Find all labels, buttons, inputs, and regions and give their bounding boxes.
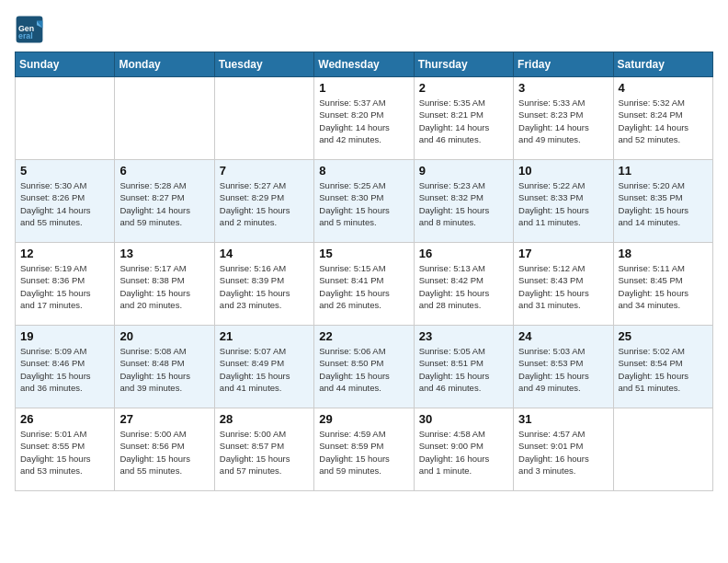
- day-detail: Sunrise: 5:20 AM Sunset: 8:35 PM Dayligh…: [619, 179, 708, 228]
- calendar-cell: 13Sunrise: 5:17 AM Sunset: 8:38 PM Dayli…: [115, 243, 214, 326]
- day-number: 14: [220, 247, 309, 260]
- calendar-cell: [16, 77, 115, 160]
- day-detail: Sunrise: 5:17 AM Sunset: 8:38 PM Dayligh…: [119, 262, 209, 311]
- calendar-cell: 12Sunrise: 5:19 AM Sunset: 8:36 PM Dayli…: [16, 243, 115, 326]
- calendar-cell: 9Sunrise: 5:23 AM Sunset: 8:32 PM Daylig…: [414, 160, 513, 243]
- day-detail: Sunrise: 5:09 AM Sunset: 8:46 PM Dayligh…: [20, 345, 109, 394]
- calendar-cell: 24Sunrise: 5:03 AM Sunset: 8:53 PM Dayli…: [514, 326, 613, 408]
- day-detail: Sunrise: 4:57 AM Sunset: 9:01 PM Dayligh…: [518, 428, 608, 477]
- day-number: 3: [518, 81, 608, 95]
- day-detail: Sunrise: 5:00 AM Sunset: 8:57 PM Dayligh…: [220, 428, 309, 477]
- day-number: 19: [20, 329, 109, 343]
- calendar-cell: 26Sunrise: 5:01 AM Sunset: 8:55 PM Dayli…: [16, 408, 115, 491]
- weekday-header: Tuesday: [214, 52, 313, 77]
- day-detail: Sunrise: 5:00 AM Sunset: 8:56 PM Dayligh…: [119, 428, 209, 477]
- calendar-week-row: 19Sunrise: 5:09 AM Sunset: 8:46 PM Dayli…: [16, 326, 713, 408]
- calendar-cell: 28Sunrise: 5:00 AM Sunset: 8:57 PM Dayli…: [214, 408, 313, 491]
- calendar-cell: 17Sunrise: 5:12 AM Sunset: 8:43 PM Dayli…: [514, 243, 613, 326]
- day-detail: Sunrise: 5:32 AM Sunset: 8:24 PM Dayligh…: [619, 97, 708, 145]
- svg-text:eral: eral: [18, 31, 33, 40]
- logo: Gen eral: [15, 15, 48, 44]
- weekday-header: Monday: [115, 52, 214, 77]
- calendar-week-row: 12Sunrise: 5:19 AM Sunset: 8:36 PM Dayli…: [16, 243, 713, 326]
- calendar-week-row: 5Sunrise: 5:30 AM Sunset: 8:26 PM Daylig…: [16, 160, 713, 243]
- calendar-cell: 16Sunrise: 5:13 AM Sunset: 8:42 PM Dayli…: [414, 243, 513, 326]
- logo-icon: Gen eral: [15, 15, 44, 44]
- calendar-cell: 2Sunrise: 5:35 AM Sunset: 8:21 PM Daylig…: [414, 77, 513, 160]
- day-number: 27: [119, 412, 209, 426]
- day-number: 1: [319, 81, 408, 95]
- day-number: 18: [619, 247, 708, 260]
- day-number: 9: [419, 164, 508, 178]
- day-detail: Sunrise: 5:35 AM Sunset: 8:21 PM Dayligh…: [419, 97, 508, 145]
- calendar-cell: 31Sunrise: 4:57 AM Sunset: 9:01 PM Dayli…: [514, 408, 613, 491]
- calendar-week-row: 1Sunrise: 5:37 AM Sunset: 8:20 PM Daylig…: [16, 77, 713, 160]
- weekday-header: Saturday: [613, 52, 712, 77]
- day-detail: Sunrise: 5:28 AM Sunset: 8:27 PM Dayligh…: [119, 179, 209, 228]
- day-number: 23: [419, 329, 508, 343]
- day-number: 21: [220, 329, 309, 343]
- calendar-cell: 7Sunrise: 5:27 AM Sunset: 8:29 PM Daylig…: [214, 160, 313, 243]
- calendar-cell: 23Sunrise: 5:05 AM Sunset: 8:51 PM Dayli…: [414, 326, 513, 408]
- calendar-cell: [214, 77, 313, 160]
- calendar-cell: 8Sunrise: 5:25 AM Sunset: 8:30 PM Daylig…: [314, 160, 414, 243]
- day-detail: Sunrise: 5:16 AM Sunset: 8:39 PM Dayligh…: [220, 262, 309, 311]
- calendar-cell: 6Sunrise: 5:28 AM Sunset: 8:27 PM Daylig…: [115, 160, 214, 243]
- day-detail: Sunrise: 5:02 AM Sunset: 8:54 PM Dayligh…: [619, 345, 708, 394]
- day-number: 12: [20, 247, 109, 260]
- day-detail: Sunrise: 5:27 AM Sunset: 8:29 PM Dayligh…: [220, 179, 309, 228]
- calendar-cell: 22Sunrise: 5:06 AM Sunset: 8:50 PM Dayli…: [314, 326, 414, 408]
- day-detail: Sunrise: 5:12 AM Sunset: 8:43 PM Dayligh…: [518, 262, 608, 311]
- calendar-week-row: 26Sunrise: 5:01 AM Sunset: 8:55 PM Dayli…: [16, 408, 713, 491]
- weekday-header: Friday: [514, 52, 613, 77]
- day-number: 28: [220, 412, 309, 426]
- weekday-header: Thursday: [414, 52, 513, 77]
- calendar-cell: 21Sunrise: 5:07 AM Sunset: 8:49 PM Dayli…: [214, 326, 313, 408]
- day-number: 22: [319, 329, 408, 343]
- day-detail: Sunrise: 4:58 AM Sunset: 9:00 PM Dayligh…: [419, 428, 508, 477]
- calendar-cell: 27Sunrise: 5:00 AM Sunset: 8:56 PM Dayli…: [115, 408, 214, 491]
- day-detail: Sunrise: 5:15 AM Sunset: 8:41 PM Dayligh…: [319, 262, 408, 311]
- day-number: 4: [619, 81, 708, 95]
- day-number: 25: [619, 329, 708, 343]
- day-detail: Sunrise: 4:59 AM Sunset: 8:59 PM Dayligh…: [319, 428, 408, 477]
- calendar-cell: 10Sunrise: 5:22 AM Sunset: 8:33 PM Dayli…: [514, 160, 613, 243]
- day-number: 20: [119, 329, 209, 343]
- day-detail: Sunrise: 5:33 AM Sunset: 8:23 PM Dayligh…: [518, 97, 608, 145]
- day-detail: Sunrise: 5:25 AM Sunset: 8:30 PM Dayligh…: [319, 179, 408, 228]
- day-detail: Sunrise: 5:30 AM Sunset: 8:26 PM Dayligh…: [20, 179, 109, 228]
- weekday-header: Wednesday: [314, 52, 414, 77]
- page-header: Gen eral: [15, 15, 713, 44]
- day-detail: Sunrise: 5:08 AM Sunset: 8:48 PM Dayligh…: [119, 345, 209, 394]
- day-detail: Sunrise: 5:23 AM Sunset: 8:32 PM Dayligh…: [419, 179, 508, 228]
- day-number: 7: [220, 164, 309, 178]
- calendar-cell: [115, 77, 214, 160]
- weekday-header: Sunday: [16, 52, 115, 77]
- day-number: 6: [119, 164, 209, 178]
- day-detail: Sunrise: 5:03 AM Sunset: 8:53 PM Dayligh…: [518, 345, 608, 394]
- calendar-table: SundayMondayTuesdayWednesdayThursdayFrid…: [15, 52, 713, 491]
- calendar-cell: 25Sunrise: 5:02 AM Sunset: 8:54 PM Dayli…: [613, 326, 712, 408]
- calendar-cell: 29Sunrise: 4:59 AM Sunset: 8:59 PM Dayli…: [314, 408, 414, 491]
- day-number: 24: [518, 329, 608, 343]
- day-number: 10: [518, 164, 608, 178]
- day-detail: Sunrise: 5:01 AM Sunset: 8:55 PM Dayligh…: [20, 428, 109, 477]
- calendar-cell: 1Sunrise: 5:37 AM Sunset: 8:20 PM Daylig…: [314, 77, 414, 160]
- calendar-cell: 11Sunrise: 5:20 AM Sunset: 8:35 PM Dayli…: [613, 160, 712, 243]
- day-number: 29: [319, 412, 408, 426]
- day-detail: Sunrise: 5:07 AM Sunset: 8:49 PM Dayligh…: [220, 345, 309, 394]
- day-number: 15: [319, 247, 408, 260]
- calendar-cell: 18Sunrise: 5:11 AM Sunset: 8:45 PM Dayli…: [613, 243, 712, 326]
- calendar-cell: [613, 408, 712, 491]
- day-number: 16: [419, 247, 508, 260]
- day-detail: Sunrise: 5:22 AM Sunset: 8:33 PM Dayligh…: [518, 179, 608, 228]
- day-number: 13: [119, 247, 209, 260]
- calendar-cell: 19Sunrise: 5:09 AM Sunset: 8:46 PM Dayli…: [16, 326, 115, 408]
- calendar-cell: 20Sunrise: 5:08 AM Sunset: 8:48 PM Dayli…: [115, 326, 214, 408]
- day-number: 8: [319, 164, 408, 178]
- weekday-header-row: SundayMondayTuesdayWednesdayThursdayFrid…: [16, 52, 713, 77]
- calendar-cell: 4Sunrise: 5:32 AM Sunset: 8:24 PM Daylig…: [613, 77, 712, 160]
- day-number: 26: [20, 412, 109, 426]
- day-number: 31: [518, 412, 608, 426]
- calendar-cell: 3Sunrise: 5:33 AM Sunset: 8:23 PM Daylig…: [514, 77, 613, 160]
